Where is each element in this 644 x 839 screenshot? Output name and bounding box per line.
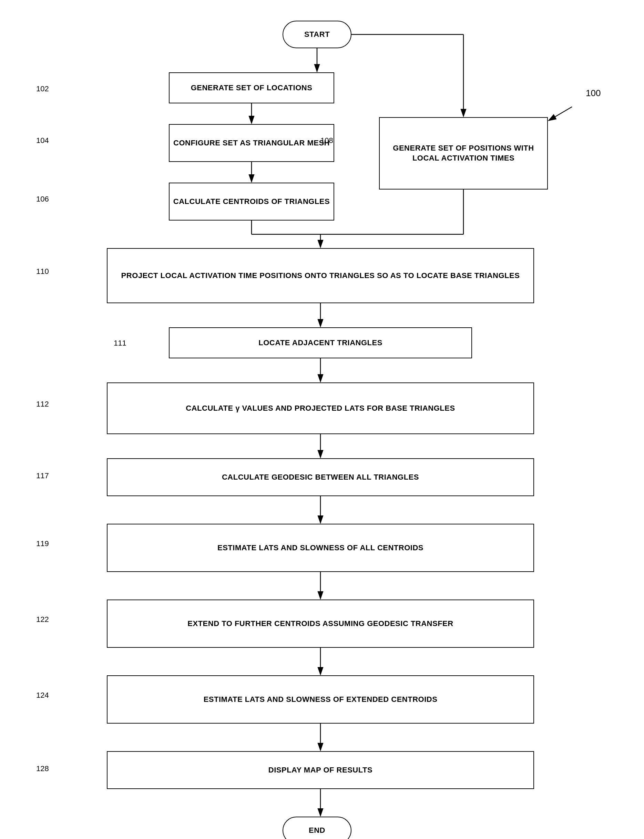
svg-line-19: [549, 107, 572, 121]
node-111: LOCATE ADJACENT TRIANGLES: [169, 327, 472, 358]
end-oval: END: [283, 817, 352, 839]
node-124: ESTIMATE LATS AND SLOWNESS OF EXTENDED C…: [107, 675, 534, 724]
node-106: CALCULATE CENTROIDS OF TRIANGLES: [169, 182, 334, 220]
node-104: CONFIGURE SET AS TRIANGULAR MESH: [169, 124, 334, 162]
ref-128: 128: [36, 764, 49, 773]
node-110-label: PROJECT LOCAL ACTIVATION TIME POSITIONS …: [121, 271, 520, 281]
ref-117: 117: [36, 471, 49, 480]
diagram: START 100 102 GENERATE SET OF LOCATIONS …: [0, 0, 644, 839]
ref-110: 110: [36, 267, 49, 276]
ref-119: 119: [36, 539, 49, 548]
node-102: GENERATE SET OF LOCATIONS: [169, 72, 334, 103]
end-label: END: [309, 826, 325, 836]
node-104-label: CONFIGURE SET AS TRIANGULAR MESH: [173, 138, 330, 148]
node-117: CALCULATE GEODESIC BETWEEN ALL TRIANGLES: [107, 458, 534, 496]
node-112-label: CALCULATE γ VALUES AND PROJECTED LATS FO…: [186, 404, 455, 414]
node-128: DISPLAY MAP OF RESULTS: [107, 751, 534, 789]
node-108-label: GENERATE SET OF POSITIONS WITH LOCAL ACT…: [380, 143, 547, 163]
start-oval: START: [283, 21, 352, 48]
ref-104: 104: [36, 136, 49, 145]
ref-100: 100: [586, 88, 601, 99]
ref-112: 112: [36, 400, 49, 409]
node-102-label: GENERATE SET OF LOCATIONS: [191, 83, 312, 93]
node-111-label: LOCATE ADJACENT TRIANGLES: [258, 338, 383, 348]
node-122: EXTEND TO FURTHER CENTROIDS ASSUMING GEO…: [107, 599, 534, 648]
ref-111: 111: [114, 339, 127, 348]
node-122-label: EXTEND TO FURTHER CENTROIDS ASSUMING GEO…: [187, 619, 453, 629]
start-label: START: [304, 30, 330, 39]
ref-122: 122: [36, 615, 49, 624]
ref-108: 108: [320, 136, 333, 145]
node-119-label: ESTIMATE LATS AND SLOWNESS OF ALL CENTRO…: [217, 543, 424, 553]
ref-106: 106: [36, 195, 49, 204]
ref-102: 102: [36, 84, 49, 94]
node-119: ESTIMATE LATS AND SLOWNESS OF ALL CENTRO…: [107, 524, 534, 572]
node-112: CALCULATE γ VALUES AND PROJECTED LATS FO…: [107, 383, 534, 434]
node-110: PROJECT LOCAL ACTIVATION TIME POSITIONS …: [107, 248, 534, 303]
node-128-label: DISPLAY MAP OF RESULTS: [268, 765, 373, 775]
node-124-label: ESTIMATE LATS AND SLOWNESS OF EXTENDED C…: [204, 695, 438, 704]
node-117-label: CALCULATE GEODESIC BETWEEN ALL TRIANGLES: [222, 472, 419, 483]
ref-124: 124: [36, 691, 49, 700]
node-106-label: CALCULATE CENTROIDS OF TRIANGLES: [173, 197, 330, 207]
node-108: GENERATE SET OF POSITIONS WITH LOCAL ACT…: [379, 117, 548, 189]
